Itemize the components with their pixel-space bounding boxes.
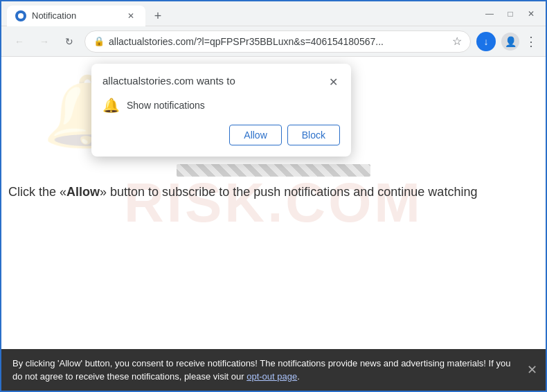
- minimize-button[interactable]: —: [481, 5, 499, 23]
- popup-notification-text: Show notifications: [127, 100, 205, 111]
- close-window-button[interactable]: ✕: [522, 5, 540, 23]
- profile-icon[interactable]: 👤: [501, 33, 519, 51]
- maximize-button[interactable]: □: [501, 5, 519, 23]
- popup-notification-row: 🔔 Show notifications: [102, 97, 340, 114]
- tab-favicon: [15, 10, 26, 21]
- bottom-bar-period: .: [297, 371, 300, 382]
- instruction-text: Click the «Allow» button to subscribe to…: [8, 185, 539, 199]
- watermark-text: RISK.COM: [124, 171, 423, 235]
- download-icon[interactable]: ↓: [476, 32, 496, 51]
- block-button[interactable]: Block: [287, 125, 340, 145]
- new-tab-button[interactable]: +: [148, 7, 168, 26]
- menu-icon[interactable]: ⋮: [525, 34, 537, 49]
- progress-bar: [177, 164, 370, 177]
- popup-actions: Allow Block: [102, 125, 340, 145]
- browser-window: Notification ✕ + — □ ✕ ← → ↻ 🔒 allactual…: [1, 1, 546, 391]
- popup-title: allactualstories.com wants to: [102, 75, 235, 87]
- bookmark-icon[interactable]: ☆: [452, 35, 462, 48]
- bottom-notification-bar: By clicking 'Allow' button, you consent …: [1, 349, 546, 391]
- tab-bar: Notification ✕ +: [7, 1, 481, 26]
- tab-title: Notification: [32, 10, 76, 21]
- bottom-bar-close-button[interactable]: ✕: [527, 361, 537, 380]
- refresh-button[interactable]: ↻: [60, 32, 79, 51]
- tab-close-button[interactable]: ✕: [125, 10, 137, 22]
- window-controls: — □ ✕: [481, 5, 540, 23]
- popup-bell-icon: 🔔: [102, 97, 120, 114]
- bottom-bar-text: By clicking 'Allow' button, you consent …: [12, 357, 518, 384]
- address-bar: ← → ↻ 🔒 allactualstories.com/?l=qpFPSPr3…: [1, 26, 546, 57]
- popup-header: allactualstories.com wants to ✕: [102, 75, 340, 89]
- allow-button[interactable]: Allow: [229, 125, 281, 145]
- lock-icon: 🔒: [93, 36, 105, 46]
- opt-out-link[interactable]: opt-out page: [246, 371, 297, 382]
- notification-popup: allactualstories.com wants to ✕ 🔔 Show n…: [91, 64, 351, 157]
- page-content: 🔔 RISK.COM allactualstories.com wants to…: [1, 57, 546, 349]
- back-button[interactable]: ←: [10, 32, 29, 51]
- url-bar[interactable]: 🔒 allactualstories.com/?l=qpFPSPr35BBLux…: [84, 30, 471, 53]
- forward-button[interactable]: →: [35, 32, 54, 51]
- url-text: allactualstories.com/?l=qpFPSPr35BBLuxn&…: [109, 36, 448, 47]
- active-tab[interactable]: Notification ✕: [7, 6, 145, 26]
- title-bar: Notification ✕ + — □ ✕: [1, 1, 546, 26]
- popup-close-button[interactable]: ✕: [326, 75, 340, 89]
- allow-highlight: Allow: [66, 185, 100, 199]
